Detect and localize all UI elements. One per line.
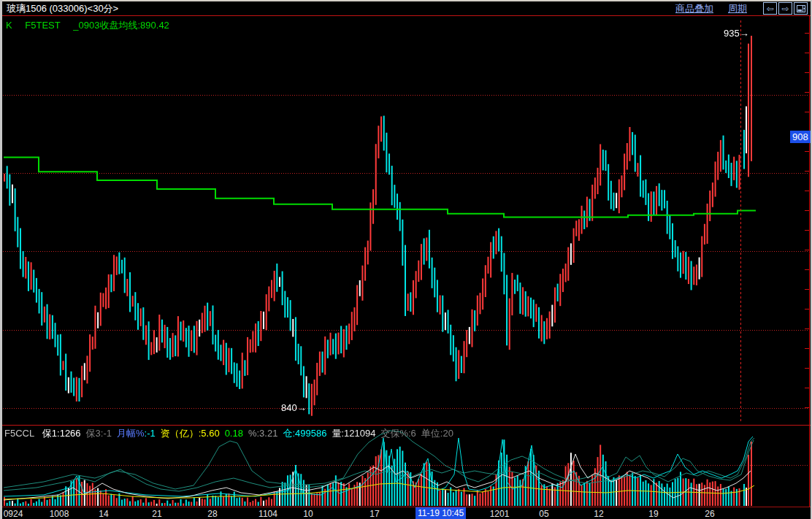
next-button[interactable]: ⇨	[778, 2, 792, 15]
sub-indicator-field: %:3.21	[248, 428, 277, 439]
x-axis-label: 1201	[490, 509, 510, 519]
sub-indicator-header: F5CCL 保1:1266保3:-1月幅%:-1资（亿）:5.600.18%:3…	[4, 427, 459, 440]
sub-indicator-field: 仓:499586	[283, 428, 326, 439]
x-axis-label: 17	[369, 509, 379, 519]
x-axis-label: 28	[207, 509, 217, 519]
title-bar: 玻璃1506 (033006)<30分> 商品叠加 周期 ⇦ ⇨	[2, 1, 811, 15]
x-axis-label: 10	[303, 509, 313, 519]
x-axis-label: 19	[648, 509, 658, 519]
trading-app-window: 玻璃1506 (033006)<30分> 商品叠加 周期 ⇦ ⇨ K F5TES…	[0, 0, 812, 519]
window-frame-top	[0, 0, 812, 1]
kline-type-label: K	[6, 20, 12, 31]
layout-button[interactable]	[794, 2, 808, 15]
main-indicator-header: K F5TEST _0903收盘均线:890.42	[6, 19, 180, 32]
x-axis-label: 0924	[4, 509, 23, 519]
title-toolbar: 商品叠加 周期 ⇦ ⇨	[675, 2, 811, 15]
sub-indicator-field: :-1	[145, 428, 156, 439]
sub-indicator-field: 0.18	[225, 428, 243, 439]
x-axis-label: 1008	[50, 509, 69, 519]
x-axis-label: 21	[152, 509, 161, 519]
instrument-title: 玻璃1506 (033006)<30分>	[2, 2, 118, 15]
sub-indicator-field: 单位:20	[421, 428, 453, 439]
sub-indicator-field: 保3:-1	[86, 428, 112, 439]
sub-indicator-field: 保1:1266	[42, 428, 81, 439]
right-arrow-icon: ⇨	[781, 4, 789, 13]
overlay-link[interactable]: 商品叠加	[675, 2, 713, 15]
x-axis-label: 12	[594, 509, 603, 519]
x-axis-label: 14	[99, 509, 108, 519]
sub-indicator-field: 交保%:6	[380, 428, 415, 439]
ma-value-label: _0903收盘均线:890.42	[73, 20, 169, 31]
left-arrow-icon: ⇦	[766, 4, 773, 13]
indicator-name-label: F5TEST	[25, 20, 60, 31]
high-price-annotation: 935→	[724, 28, 749, 39]
x-axis-label: 26	[705, 509, 714, 519]
period-link[interactable]: 周期	[728, 2, 747, 15]
sub-indicator-field: 资（亿）:5.60	[161, 428, 220, 439]
sub-indicator-field: 量:121094	[332, 428, 375, 439]
chart-canvas[interactable]	[0, 0, 812, 519]
prev-button[interactable]: ⇦	[763, 2, 777, 15]
x-axis-label: 05	[539, 509, 548, 519]
layout-split-icon	[797, 5, 805, 12]
highlighted-time-tag: 11-19 10:45	[415, 507, 466, 519]
sub-indicator-name: F5CCL	[4, 428, 34, 439]
date-axis: 11-19 10:45 0924100814212811041017120105…	[0, 507, 812, 519]
last-price-tag: 908	[790, 131, 811, 143]
x-axis-label: 1104	[258, 509, 277, 519]
sub-indicator-field: 月幅%	[117, 428, 145, 439]
window-frame-left	[0, 0, 2, 519]
low-price-annotation: 840→	[281, 402, 307, 413]
